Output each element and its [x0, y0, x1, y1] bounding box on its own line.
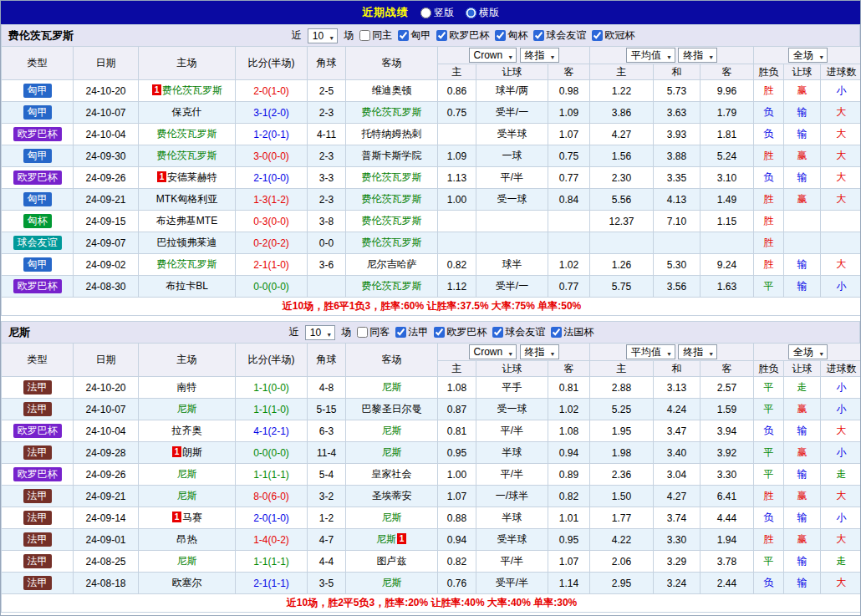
- competition-checkbox[interactable]: [492, 327, 503, 338]
- handicap-time-select[interactable]: 终指: [520, 344, 559, 359]
- home-team-link[interactable]: 南特: [177, 381, 197, 393]
- home-team-link[interactable]: 费伦茨瓦罗斯: [157, 258, 217, 270]
- away-team-link[interactable]: 费伦茨瓦罗斯: [362, 215, 422, 227]
- competition-badge[interactable]: 欧罗巴杯: [13, 279, 62, 293]
- home-team-link[interactable]: 朗斯: [182, 446, 202, 458]
- score-link[interactable]: 2-1(1-1): [253, 578, 289, 589]
- same-venue-checkbox[interactable]: [357, 327, 368, 338]
- competition-filter[interactable]: 欧冠杯: [592, 28, 634, 43]
- away-team-link[interactable]: 尼斯: [382, 512, 402, 523]
- score-link[interactable]: 3-0(0-0): [253, 150, 289, 162]
- score-link[interactable]: 1-2(0-1): [253, 129, 289, 140]
- score-link[interactable]: 2-0(1-0): [253, 512, 289, 524]
- away-team-link[interactable]: 尼斯: [376, 533, 396, 545]
- score-link[interactable]: 0-2(0-2): [253, 237, 289, 249]
- home-team-link[interactable]: 欧塞尔: [172, 577, 202, 588]
- score-link[interactable]: 2-1(1-0): [253, 259, 289, 271]
- away-team-link[interactable]: 尼尔吉哈萨: [367, 258, 417, 270]
- competition-badge[interactable]: 球会友谊: [13, 236, 62, 250]
- away-team-link[interactable]: 巴黎圣日尔曼: [362, 403, 422, 415]
- home-team-link[interactable]: 拉齐奥: [172, 425, 202, 436]
- away-team-link[interactable]: 皇家社会: [372, 468, 412, 480]
- competition-badge[interactable]: 欧罗巴杯: [13, 127, 62, 141]
- competition-checkbox[interactable]: [495, 30, 506, 41]
- competition-badge[interactable]: 匈甲: [23, 105, 52, 120]
- competition-checkbox[interactable]: [434, 327, 445, 338]
- away-team-link[interactable]: 圣埃蒂安: [372, 490, 412, 501]
- score-link[interactable]: 3-1(2-0): [253, 107, 289, 119]
- competition-filter[interactable]: 球会友谊: [533, 28, 586, 43]
- home-team-link[interactable]: 巴拉顿弗莱迪: [157, 237, 217, 248]
- competition-filter[interactable]: 球会友谊: [492, 325, 545, 339]
- competition-badge[interactable]: 法甲: [23, 402, 52, 416]
- competition-badge[interactable]: 匈杯: [23, 214, 52, 228]
- score-link[interactable]: 0-0(0-0): [253, 447, 289, 459]
- home-team-link[interactable]: 尼斯: [177, 403, 197, 415]
- competition-badge[interactable]: 法甲: [23, 511, 52, 525]
- score-link[interactable]: 8-0(6-0): [253, 491, 289, 502]
- competition-badge[interactable]: 法甲: [23, 532, 52, 547]
- away-team-link[interactable]: 费伦茨瓦罗斯: [362, 237, 422, 248]
- score-link[interactable]: 1-1(1-1): [253, 556, 289, 568]
- competition-checkbox[interactable]: [551, 327, 562, 338]
- home-team-link[interactable]: 费伦茨瓦罗斯: [157, 128, 217, 140]
- away-team-link[interactable]: 托特纳姆热刺: [362, 128, 422, 140]
- competition-badge[interactable]: 法甲: [23, 576, 52, 590]
- score-link[interactable]: 2-0(1-0): [253, 85, 289, 97]
- europe-odds-select[interactable]: 平均值: [626, 48, 675, 63]
- away-team-link[interactable]: 尼斯: [382, 446, 402, 458]
- competition-badge[interactable]: 法甲: [23, 445, 52, 460]
- competition-badge[interactable]: 法甲: [23, 380, 52, 395]
- away-team-link[interactable]: 费伦茨瓦罗斯: [362, 106, 422, 118]
- competition-checkbox[interactable]: [395, 327, 406, 338]
- home-team-link[interactable]: 尼斯: [177, 555, 197, 567]
- competition-badge[interactable]: 匈甲: [23, 257, 52, 272]
- score-link[interactable]: 4-1(2-1): [253, 425, 289, 437]
- score-link[interactable]: 1-1(0-0): [253, 382, 289, 394]
- competition-checkbox[interactable]: [592, 30, 603, 41]
- score-link[interactable]: 1-4(0-2): [253, 534, 289, 546]
- competition-filter[interactable]: 欧罗巴杯: [434, 325, 487, 339]
- home-team-link[interactable]: 保克什: [172, 106, 202, 118]
- recent-count-select[interactable]: 10: [305, 325, 335, 340]
- competition-badge[interactable]: 欧罗巴杯: [13, 424, 62, 438]
- competition-filter[interactable]: 法国杯: [551, 325, 594, 339]
- same-venue-checkbox[interactable]: [359, 30, 370, 41]
- competition-badge[interactable]: 法甲: [23, 554, 52, 568]
- horizontal-layout-option[interactable]: 横版: [466, 6, 499, 20]
- away-team-link[interactable]: 尼斯: [382, 577, 402, 588]
- home-team-link[interactable]: 昂热: [177, 533, 197, 545]
- competition-badge[interactable]: 欧罗巴杯: [13, 467, 62, 481]
- home-team-link[interactable]: 尼斯: [177, 490, 197, 501]
- competition-filter[interactable]: 法甲: [395, 325, 428, 339]
- europe-time-select[interactable]: 终指: [678, 48, 717, 63]
- away-team-link[interactable]: 维迪奥顿: [372, 84, 412, 96]
- home-team-link[interactable]: 费伦茨瓦罗斯: [162, 84, 222, 96]
- score-link[interactable]: 1-1(1-1): [253, 469, 289, 481]
- vertical-layout-radio[interactable]: [420, 8, 431, 18]
- away-team-link[interactable]: 图卢兹: [377, 555, 407, 567]
- home-team-link[interactable]: 布达弗基MTE: [156, 215, 217, 227]
- home-team-link[interactable]: 尼斯: [177, 468, 197, 480]
- odds-company-select[interactable]: Crown: [469, 344, 517, 359]
- competition-filter[interactable]: 欧罗巴杯: [436, 28, 489, 43]
- vertical-layout-option[interactable]: 竖版: [420, 6, 454, 20]
- competition-badge[interactable]: 欧罗巴杯: [13, 171, 62, 185]
- recent-count-select[interactable]: 10: [308, 28, 338, 43]
- same-venue-filter[interactable]: 同客: [357, 325, 390, 339]
- scope-select[interactable]: 全场: [788, 344, 828, 359]
- competition-badge[interactable]: 匈甲: [23, 149, 52, 163]
- handicap-time-select[interactable]: 终指: [520, 48, 559, 63]
- away-team-link[interactable]: 费伦茨瓦罗斯: [362, 280, 422, 292]
- score-link[interactable]: 0-0(0-0): [253, 281, 289, 293]
- europe-time-select[interactable]: 终指: [678, 344, 717, 359]
- away-team-link[interactable]: 费伦茨瓦罗斯: [362, 171, 422, 183]
- home-team-link[interactable]: 安德莱赫特: [167, 171, 217, 183]
- score-link[interactable]: 1-1(1-0): [253, 404, 289, 415]
- competition-filter[interactable]: 匈甲: [398, 28, 430, 43]
- competition-badge[interactable]: 匈甲: [23, 192, 52, 206]
- competition-checkbox[interactable]: [533, 30, 544, 41]
- away-team-link[interactable]: 费伦茨瓦罗斯: [362, 193, 422, 205]
- horizontal-layout-radio[interactable]: [466, 8, 476, 18]
- home-team-link[interactable]: 马赛: [182, 512, 202, 523]
